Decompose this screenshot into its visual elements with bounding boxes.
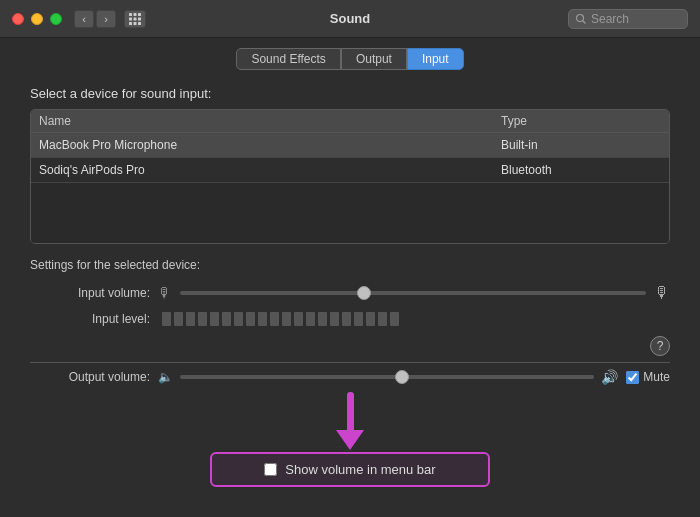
show-volume-label: Show volume in menu bar bbox=[285, 462, 435, 477]
input-level-bars bbox=[162, 312, 666, 326]
level-bar bbox=[222, 312, 231, 326]
device-name-1: Sodiq's AirPods Pro bbox=[39, 163, 501, 177]
back-button[interactable]: ‹ bbox=[74, 10, 94, 28]
table-row[interactable]: Sodiq's AirPods Pro Bluetooth bbox=[31, 158, 669, 183]
device-name-0: MacBook Pro Microphone bbox=[39, 138, 501, 152]
input-volume-track[interactable] bbox=[180, 291, 646, 295]
level-bar bbox=[306, 312, 315, 326]
level-bar bbox=[174, 312, 183, 326]
arrow-shaft bbox=[347, 392, 354, 430]
level-bar bbox=[354, 312, 363, 326]
device-table: Name Type MacBook Pro Microphone Built-i… bbox=[30, 109, 670, 244]
minimize-button[interactable] bbox=[31, 13, 43, 25]
forward-button[interactable]: › bbox=[96, 10, 116, 28]
level-bar bbox=[234, 312, 243, 326]
table-row[interactable]: MacBook Pro Microphone Built-in bbox=[31, 133, 669, 158]
output-volume-thumb[interactable] bbox=[395, 370, 409, 384]
svg-rect-3 bbox=[129, 17, 132, 20]
divider bbox=[30, 362, 670, 363]
window-title: Sound bbox=[330, 11, 370, 26]
level-bar bbox=[378, 312, 387, 326]
main-content: Select a device for sound input: Name Ty… bbox=[0, 78, 700, 497]
mute-checkbox[interactable] bbox=[626, 371, 639, 384]
search-box[interactable] bbox=[568, 9, 688, 29]
input-level-row: Input level: bbox=[30, 312, 670, 326]
device-type-1: Bluetooth bbox=[501, 163, 661, 177]
svg-rect-1 bbox=[134, 13, 137, 16]
arrow-head bbox=[336, 430, 364, 450]
mute-label: Mute bbox=[643, 370, 670, 384]
mic-icon-large: 🎙 bbox=[654, 284, 670, 302]
traffic-lights bbox=[12, 13, 62, 25]
level-bar bbox=[390, 312, 399, 326]
mute-area: Mute bbox=[626, 370, 670, 384]
search-icon bbox=[575, 13, 587, 25]
level-bar bbox=[198, 312, 207, 326]
search-input[interactable] bbox=[591, 12, 681, 26]
input-volume-row: Input volume: 🎙 🎙 bbox=[30, 284, 670, 302]
level-bar bbox=[366, 312, 375, 326]
table-header: Name Type bbox=[31, 110, 669, 133]
help-button[interactable]: ? bbox=[650, 336, 670, 356]
tab-output[interactable]: Output bbox=[341, 48, 407, 70]
tab-input[interactable]: Input bbox=[407, 48, 464, 70]
level-bar bbox=[162, 312, 171, 326]
table-empty-area bbox=[31, 183, 669, 243]
input-level-label: Input level: bbox=[30, 312, 150, 326]
level-bar bbox=[270, 312, 279, 326]
output-volume-track[interactable] bbox=[180, 375, 594, 379]
svg-rect-6 bbox=[129, 22, 132, 25]
svg-rect-4 bbox=[134, 17, 137, 20]
level-bar bbox=[186, 312, 195, 326]
tabs-container: Sound Effects Output Input bbox=[0, 38, 700, 78]
mic-icon-small: 🎙 bbox=[158, 285, 172, 301]
level-bar bbox=[318, 312, 327, 326]
maximize-button[interactable] bbox=[50, 13, 62, 25]
level-bar bbox=[210, 312, 219, 326]
level-bar bbox=[246, 312, 255, 326]
level-bar bbox=[294, 312, 303, 326]
svg-rect-0 bbox=[129, 13, 132, 16]
close-button[interactable] bbox=[12, 13, 24, 25]
titlebar: ‹ › Sound bbox=[0, 0, 700, 38]
input-volume-thumb[interactable] bbox=[357, 286, 371, 300]
col-type-header: Type bbox=[501, 114, 661, 128]
col-name-header: Name bbox=[39, 114, 501, 128]
grid-button[interactable] bbox=[124, 10, 146, 28]
settings-title: Settings for the selected device: bbox=[30, 258, 670, 272]
show-volume-checkbox[interactable] bbox=[264, 463, 277, 476]
show-volume-row: Show volume in menu bar bbox=[210, 452, 490, 487]
svg-rect-7 bbox=[134, 22, 137, 25]
nav-buttons: ‹ › bbox=[74, 10, 116, 28]
svg-rect-8 bbox=[138, 22, 141, 25]
volume-low-icon: 🔈 bbox=[158, 370, 173, 384]
level-bar bbox=[282, 312, 291, 326]
device-section-title: Select a device for sound input: bbox=[30, 86, 670, 101]
arrow-annotation bbox=[336, 392, 364, 450]
input-volume-label: Input volume: bbox=[30, 286, 150, 300]
svg-point-9 bbox=[577, 14, 584, 21]
svg-rect-5 bbox=[138, 17, 141, 20]
level-bar bbox=[258, 312, 267, 326]
tab-sound-effects[interactable]: Sound Effects bbox=[236, 48, 341, 70]
svg-line-10 bbox=[583, 20, 586, 23]
level-bar bbox=[330, 312, 339, 326]
show-volume-container: Show volume in menu bar bbox=[30, 452, 670, 487]
level-bar bbox=[342, 312, 351, 326]
svg-rect-2 bbox=[138, 13, 141, 16]
bottom-section: Output volume: 🔈 🔊 Mute Show volume in m… bbox=[30, 369, 670, 487]
output-volume-row: Output volume: 🔈 🔊 Mute bbox=[30, 369, 670, 385]
device-type-0: Built-in bbox=[501, 138, 661, 152]
volume-high-icon: 🔊 bbox=[601, 369, 618, 385]
help-row: ? bbox=[30, 336, 670, 356]
output-volume-label: Output volume: bbox=[30, 370, 150, 384]
